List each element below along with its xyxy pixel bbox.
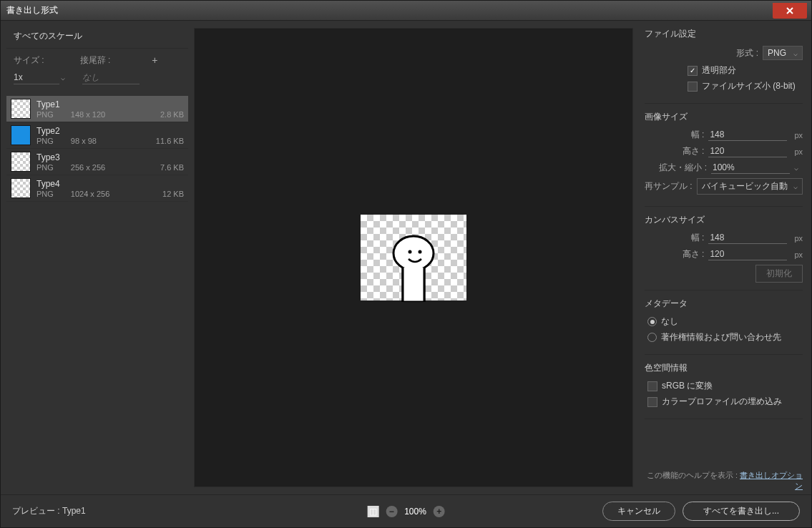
image-scale-input[interactable] [711,162,790,174]
image-size-title: 画像サイズ [645,111,803,123]
artboard-format: PNG [36,137,54,145]
small-file-label: ファイルサイズ小 (8-bit) [702,80,796,92]
artboard-name: Type2 [36,126,184,136]
transparency-label: 透明部分 [702,64,736,77]
artboard-dims: 256 x 256 [71,163,115,172]
chevron-down-icon: ⌵ [793,49,798,57]
metadata-none-radio[interactable] [647,317,657,326]
metadata-section: メタデータ なし 著作権情報および問い合わせ先 [645,298,803,355]
artboard-item[interactable]: Type3PNG256 x 2567.6 KB [6,149,188,175]
width-label: 幅 : [668,129,704,141]
resample-label: 再サンプル : [645,180,693,192]
artboard-format: PNG [36,110,54,119]
svg-point-2 [419,250,422,254]
artboard-dims: 148 x 120 [71,110,115,119]
canvas-size-title: カンバスサイズ [645,214,803,226]
artboard-list: Type1PNG148 x 1202.8 KBType2PNG98 x 9811… [6,96,188,202]
titlebar: 書き出し形式 [1,1,811,21]
cancel-button[interactable]: キャンセル [602,502,675,521]
export-dialog: 書き出し形式 すべてのスケール サイズ : 接尾辞 : + 1x ⌵ Type1… [0,0,812,528]
add-scale-button[interactable]: + [152,54,157,67]
artboard-name: Type4 [36,179,184,189]
srgb-label: sRGB に変換 [662,380,713,392]
svg-point-0 [393,236,434,270]
canvas-width-input[interactable] [708,232,787,244]
metadata-copyright-radio[interactable] [647,333,657,342]
preview-label: プレビュー : Type1 [12,505,594,517]
artboard-thumb [11,178,31,198]
colorspace-section: 色空間情報 sRGB に変換 カラープロファイルの埋め込み [645,362,803,419]
grid-toggle-icon[interactable]: ◫ [367,506,378,517]
artboard-format: PNG [36,190,54,198]
srgb-checkbox[interactable] [647,381,657,391]
canvas-height-input[interactable] [708,248,787,260]
artboard-filesize: 11.6 KB [151,137,184,145]
artboard-name: Type1 [36,99,184,109]
export-all-button[interactable]: すべてを書き出し... [683,502,800,521]
resample-select[interactable]: バイキュービック自動⌵ [697,178,803,195]
artboard-dims: 1024 x 256 [71,190,115,198]
canvas-height-label: 高さ : [668,248,704,260]
window-title: 書き出し形式 [6,4,773,16]
artboard-filesize: 12 KB [151,190,184,198]
format-select[interactable]: PNG⌵ [763,46,803,60]
settings-panel: ファイル設定 形式 : PNG⌵ 透明部分 ファイルサイズ小 (8-bit) [636,21,811,494]
scale-panel: すべてのスケール サイズ : 接尾辞 : + 1x ⌵ Type1PNG148 … [1,21,194,494]
image-height-input[interactable] [708,145,787,157]
format-label: 形式 : [723,47,758,59]
metadata-copyright-label: 著作権情報および問い合わせ先 [661,331,781,343]
artboard-item[interactable]: Type1PNG148 x 1202.8 KB [6,96,188,122]
metadata-none-label: なし [661,316,678,328]
file-settings-section: ファイル設定 形式 : PNG⌵ 透明部分 ファイルサイズ小 (8-bit) [645,28,803,104]
preview-panel [194,28,633,487]
transparency-checkbox[interactable] [688,66,698,76]
help-line: この機能のヘルプを表示 : 書き出しオプション [645,470,803,492]
artboard-item[interactable]: Type2PNG98 x 9811.6 KB [6,122,188,149]
artboard-filesize: 2.8 KB [151,110,184,119]
reset-button[interactable]: 初期化 [755,265,803,283]
preview-character-icon [381,230,446,302]
zoom-level: 100% [404,507,426,517]
metadata-title: メタデータ [645,298,803,310]
zoom-out-button[interactable]: − [386,506,397,517]
canvas-width-label: 幅 : [668,232,704,244]
artboard-filesize: 7.6 KB [151,163,184,172]
image-size-section: 画像サイズ 幅 : px 高さ : px 拡大・縮小 : ⌵ 再サン [645,111,803,207]
artboard-format: PNG [36,163,54,172]
size-label: サイズ : [14,54,44,67]
zoom-controls: ◫ − 100% + [367,506,445,517]
suffix-label: 接尾辞 : [80,54,111,67]
preview-image [361,215,466,300]
file-settings-title: ファイル設定 [645,28,803,40]
artboard-name: Type3 [36,152,184,162]
chevron-down-icon: ⌵ [61,74,65,82]
help-link[interactable]: 書き出しオプション [740,471,803,490]
suffix-input[interactable] [82,71,140,84]
artboard-thumb [11,99,31,119]
dialog-body: すべてのスケール サイズ : 接尾辞 : + 1x ⌵ Type1PNG148 … [1,21,811,494]
footer: プレビュー : Type1 ◫ − 100% + キャンセル すべてを書き出し.… [1,494,811,527]
artboard-dims: 98 x 98 [71,137,115,145]
height-label: 高さ : [668,145,704,157]
colorspace-title: 色空間情報 [645,362,803,374]
chevron-down-icon[interactable]: ⌵ [794,164,803,172]
image-width-input[interactable] [708,129,787,141]
scale-label: 拡大・縮小 : [659,162,707,174]
artboard-thumb [11,152,31,172]
scale-panel-title: すべてのスケール [6,28,188,49]
canvas-size-section: カンバスサイズ 幅 : px 高さ : px 初期化 [645,214,803,290]
zoom-in-button[interactable]: + [434,506,445,517]
artboard-item[interactable]: Type4PNG1024 x 25612 KB [6,175,188,202]
artboard-thumb [11,125,31,145]
embed-profile-label: カラープロファイルの埋め込み [662,396,782,408]
svg-point-1 [409,250,412,254]
embed-profile-checkbox[interactable] [647,397,657,407]
small-file-checkbox[interactable] [688,82,698,92]
close-icon [786,6,794,15]
close-button[interactable] [773,3,807,19]
chevron-down-icon: ⌵ [793,182,798,190]
size-select[interactable]: 1x ⌵ [14,71,65,84]
